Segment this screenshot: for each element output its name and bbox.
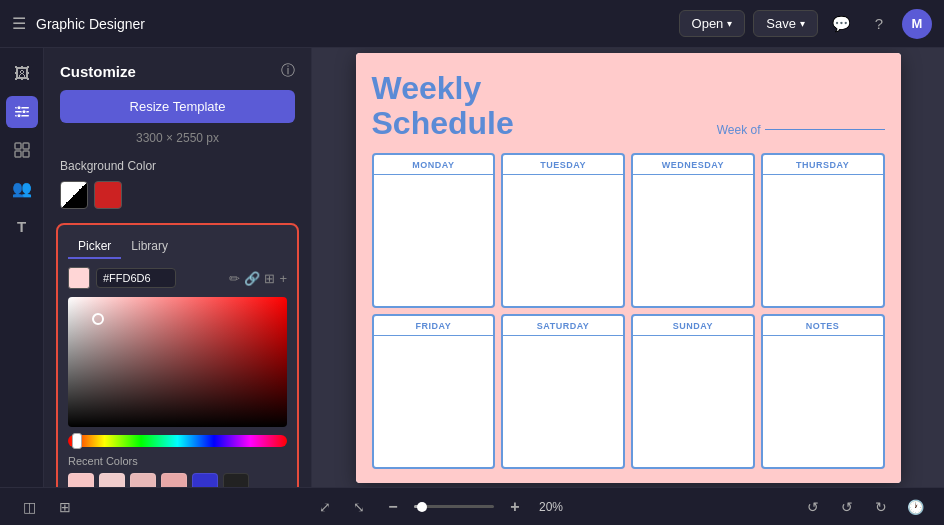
day-label-sunday: SUNDAY	[633, 316, 753, 336]
open-arrow-icon: ▾	[727, 18, 732, 29]
eyedropper-icon[interactable]: ✏	[229, 271, 240, 286]
redo-icon[interactable]: ↻	[868, 494, 894, 520]
picker-tabs: Picker Library	[68, 235, 287, 259]
color-swatches-row	[44, 181, 311, 219]
layers-icon[interactable]: ◫	[16, 494, 42, 520]
recent-swatch-5[interactable]	[192, 473, 218, 487]
text-icon-item[interactable]: T	[6, 210, 38, 242]
bottom-left: ◫ ⊞	[16, 494, 78, 520]
dimensions-text: 3300 × 2550 px	[44, 131, 311, 145]
recent-swatch-1[interactable]	[68, 473, 94, 487]
help-icon-button[interactable]: ?	[864, 9, 894, 39]
layout-icon-item[interactable]	[6, 134, 38, 166]
bottom-bar: ◫ ⊞ ⤢ ⤡ − + 20% ↺ ↺ ↻ 🕐	[0, 487, 944, 525]
days-grid: MONDAY TUESDAY WEDNESDAY THURSDAY FRIDAY	[372, 153, 885, 469]
sidebar-title: Customize	[60, 63, 136, 80]
photo-icon-item[interactable]: 🖼	[6, 58, 38, 90]
info-icon[interactable]: ⓘ	[281, 62, 295, 80]
chat-icon-button[interactable]: 💬	[826, 9, 856, 39]
people-icon-item[interactable]: 👥	[6, 172, 38, 204]
picker-tab[interactable]: Picker	[68, 235, 121, 259]
sidebar: Customize ⓘ Resize Template 3300 × 2550 …	[44, 48, 312, 487]
history-icon[interactable]: 🕐	[902, 494, 928, 520]
color-swatch-dark[interactable]	[60, 181, 88, 209]
zoom-dot	[417, 502, 427, 512]
topbar: ☰ Graphic Designer Open ▾ Save ▾ 💬 ? M	[0, 0, 944, 48]
hue-thumb	[72, 433, 82, 449]
day-label-wednesday: WEDNESDAY	[633, 155, 753, 175]
app-title: Graphic Designer	[36, 16, 669, 32]
zoom-in-icon[interactable]: +	[502, 494, 528, 520]
open-button[interactable]: Open ▾	[679, 10, 746, 37]
gradient-cursor	[92, 313, 104, 325]
day-label-friday: FRIDAY	[374, 316, 494, 336]
recent-colors-label: Recent Colors	[68, 455, 287, 467]
day-cell-notes: NOTES	[761, 314, 885, 469]
user-avatar[interactable]: M	[902, 9, 932, 39]
day-cell-friday: FRIDAY	[372, 314, 496, 469]
canvas-area: Weekly Schedule Week of MONDAY TUESDAY	[312, 48, 944, 487]
recent-swatch-3[interactable]	[130, 473, 156, 487]
hex-icons: ✏ 🔗 ⊞ +	[229, 271, 287, 286]
weekly-title-line1: Weekly	[372, 71, 514, 106]
save-button[interactable]: Save ▾	[753, 10, 818, 37]
link-icon[interactable]: 🔗	[244, 271, 260, 286]
color-gradient[interactable]	[68, 297, 287, 427]
recent-swatch-6[interactable]	[223, 473, 249, 487]
hex-row: ✏ 🔗 ⊞ +	[68, 267, 287, 289]
bg-color-label: Background Color	[44, 159, 311, 181]
library-tab[interactable]: Library	[121, 235, 178, 259]
week-of-label: Week of	[717, 123, 761, 137]
svg-rect-8	[15, 151, 21, 157]
recent-swatch-2[interactable]	[99, 473, 125, 487]
menu-icon[interactable]: ☰	[12, 14, 26, 33]
day-cell-tuesday: TUESDAY	[501, 153, 625, 308]
undo-icon[interactable]: ↺	[834, 494, 860, 520]
hue-slider[interactable]	[68, 435, 287, 447]
grid-view-icon[interactable]: ⊞	[52, 494, 78, 520]
bottom-center: ⤢ ⤡ − + 20%	[312, 494, 566, 520]
save-arrow-icon: ▾	[800, 18, 805, 29]
day-cell-monday: MONDAY	[372, 153, 496, 308]
color-picker-popup: Picker Library ✏ 🔗 ⊞ + Recent Colors	[56, 223, 299, 487]
recent-colors-row	[68, 473, 287, 487]
svg-rect-9	[23, 151, 29, 157]
svg-rect-7	[23, 143, 29, 149]
rotate-icon[interactable]: ↺	[800, 494, 826, 520]
zoom-out-icon[interactable]: −	[380, 494, 406, 520]
resize-template-button[interactable]: Resize Template	[60, 90, 295, 123]
filter-icon-item[interactable]	[6, 96, 38, 128]
hex-preview-swatch[interactable]	[68, 267, 90, 289]
color-swatch-red[interactable]	[94, 181, 122, 209]
day-cell-wednesday: WEDNESDAY	[631, 153, 755, 308]
recent-swatch-4[interactable]	[161, 473, 187, 487]
week-of-section: Week of	[717, 123, 885, 141]
day-label-thursday: THURSDAY	[763, 155, 883, 175]
weekly-schedule: Weekly Schedule Week of MONDAY TUESDAY	[356, 53, 901, 483]
zoom-track[interactable]	[414, 505, 494, 508]
day-cell-saturday: SATURDAY	[501, 314, 625, 469]
shrink-icon[interactable]: ⤡	[346, 494, 372, 520]
svg-point-4	[22, 110, 26, 114]
add-icon[interactable]: +	[279, 271, 287, 286]
day-label-monday: MONDAY	[374, 155, 494, 175]
weekly-title-line2: Schedule	[372, 106, 514, 141]
svg-rect-6	[15, 143, 21, 149]
canvas-wrapper[interactable]: Weekly Schedule Week of MONDAY TUESDAY	[356, 53, 901, 483]
svg-point-3	[17, 106, 21, 110]
expand-icon[interactable]: ⤢	[312, 494, 338, 520]
icon-bar: 🖼 👥 T	[0, 48, 44, 487]
main-layout: 🖼 👥 T Customize ⓘ	[0, 48, 944, 487]
weekly-header: Weekly Schedule Week of	[372, 71, 885, 141]
topbar-actions: Open ▾ Save ▾ 💬 ? M	[679, 9, 932, 39]
day-label-tuesday: TUESDAY	[503, 155, 623, 175]
sidebar-header: Customize ⓘ	[44, 48, 311, 90]
weekly-title: Weekly Schedule	[372, 71, 514, 141]
day-label-notes: NOTES	[763, 316, 883, 336]
svg-point-5	[17, 114, 21, 118]
grid-icon[interactable]: ⊞	[264, 271, 275, 286]
day-cell-sunday: SUNDAY	[631, 314, 755, 469]
zoom-percentage: 20%	[536, 500, 566, 514]
day-cell-thursday: THURSDAY	[761, 153, 885, 308]
hex-input[interactable]	[96, 268, 176, 288]
